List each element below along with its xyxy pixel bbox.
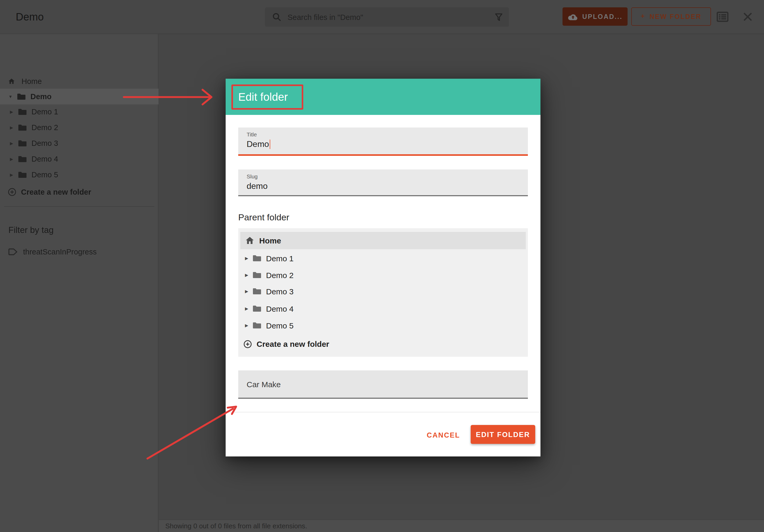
chevron-right-icon[interactable]: ▶ (8, 172, 15, 177)
sidebar-item-label: Home (22, 77, 42, 86)
chevron-right-icon[interactable]: ▶ (8, 141, 15, 146)
tree-item-label: Demo 2 (266, 270, 293, 279)
tree-item-demo2[interactable]: ▶ Demo 2 (238, 266, 528, 283)
sidebar-item-demo-selected[interactable]: ▼ Demo (0, 89, 158, 104)
sidebar-item-demo4[interactable]: ▶ Demo 4 (0, 153, 158, 165)
parent-folder-heading: Parent folder (238, 213, 289, 223)
home-icon (8, 78, 15, 85)
search-box[interactable] (265, 7, 509, 27)
chevron-right-icon[interactable]: ▶ (244, 256, 250, 261)
new-folder-button[interactable]: + NEW FOLDER (631, 7, 711, 26)
sidebar-item-demo3[interactable]: ▶ Demo 3 (0, 137, 158, 149)
folder-icon (18, 139, 27, 147)
sidebar-item-demo1[interactable]: ▶ Demo 1 (0, 105, 158, 118)
sidebar-create-folder-label: Create a new folder (21, 188, 91, 196)
upload-button-label: UPLOAD... (582, 13, 622, 20)
sidebar-item-demo5[interactable]: ▶ Demo 5 (0, 168, 158, 181)
home-icon (246, 237, 254, 245)
cancel-button[interactable]: CANCEL (421, 426, 466, 444)
title-input[interactable]: Demo (247, 139, 270, 149)
sidebar-item-label: Demo 4 (32, 155, 58, 163)
folder-icon (18, 155, 27, 163)
chevron-right-icon[interactable]: ▶ (8, 157, 15, 161)
folder-icon (18, 108, 27, 115)
chevron-right-icon[interactable]: ▶ (8, 125, 15, 130)
chevron-down-icon[interactable]: ▼ (7, 94, 14, 99)
chevron-right-icon[interactable]: ▶ (244, 306, 250, 311)
parent-folder-tree: Home ▶ Demo 1 ▶ Demo 2 ▶ Demo 3 ▶ Demo 4 (238, 228, 528, 357)
slug-field-label: Slug (247, 173, 258, 179)
folder-icon (18, 171, 27, 178)
filter-funnel-icon[interactable] (495, 13, 503, 21)
list-view-icon[interactable] (716, 11, 729, 25)
chevron-right-icon[interactable]: ▶ (244, 323, 250, 328)
car-make-select[interactable]: Car Make (238, 370, 528, 399)
tree-create-folder[interactable]: Create a new folder (238, 335, 528, 353)
search-input[interactable] (286, 12, 490, 22)
cloud-upload-icon (567, 13, 578, 20)
tag-label: threatScanInProgress (23, 248, 97, 256)
screen: Demo UPLOAD... + NEW FOLDER Showing (0, 0, 764, 532)
car-make-value: Car Make (247, 380, 281, 389)
footer-divider (226, 412, 540, 412)
chevron-right-icon[interactable]: ▶ (244, 289, 250, 293)
text-cursor (270, 139, 270, 149)
tag-item[interactable]: threatScanInProgress (0, 246, 158, 258)
page-title: Demo (16, 0, 44, 34)
plus-circle-icon (8, 188, 16, 196)
sidebar-item-home[interactable]: Home (0, 75, 158, 88)
plus-circle-icon (244, 340, 252, 348)
annotation-rectangle (231, 85, 303, 110)
tree-item-demo4[interactable]: ▶ Demo 4 (238, 300, 528, 317)
sidebar-item-label: Demo 1 (32, 107, 58, 116)
status-text: Showing 0 out of 0 files from all file e… (165, 522, 307, 530)
close-icon[interactable] (742, 11, 753, 25)
chevron-right-icon[interactable]: ▶ (244, 272, 250, 277)
title-field-label: Title (247, 131, 257, 137)
sidebar-item-demo2[interactable]: ▶ Demo 2 (0, 121, 158, 134)
sidebar-item-label: Demo 5 (32, 170, 58, 179)
edit-folder-dialog: Edit folder Title Demo Slug demo Parent … (226, 79, 540, 456)
folder-icon (17, 93, 26, 100)
folder-icon (252, 255, 261, 262)
slug-field[interactable]: Slug demo (238, 169, 528, 196)
tag-icon (8, 248, 18, 256)
folder-icon (252, 305, 261, 312)
folder-icon (252, 271, 261, 278)
tree-item-label: Home (259, 236, 281, 245)
plus-icon: + (641, 13, 646, 20)
tree-create-folder-label: Create a new folder (257, 339, 329, 348)
filter-by-tag-heading: Filter by tag (8, 225, 54, 235)
upload-button[interactable]: UPLOAD... (562, 7, 628, 26)
sidebar-create-folder[interactable]: Create a new folder (0, 186, 158, 198)
sidebar-item-label: Demo 3 (32, 139, 58, 147)
chevron-right-icon[interactable]: ▶ (8, 109, 15, 114)
slug-input[interactable]: demo (247, 182, 268, 191)
edit-folder-button[interactable]: EDIT FOLDER (471, 425, 535, 444)
topbar: Demo UPLOAD... + NEW FOLDER (0, 0, 764, 34)
tree-item-demo5[interactable]: ▶ Demo 5 (238, 317, 528, 334)
search-icon (272, 13, 281, 22)
tree-item-label: Demo 1 (266, 254, 293, 263)
new-folder-button-label: NEW FOLDER (650, 13, 701, 20)
tree-item-demo1[interactable]: ▶ Demo 1 (238, 250, 528, 266)
tree-item-label: Demo 3 (266, 287, 293, 296)
tree-item-label: Demo 4 (266, 304, 293, 313)
folder-icon (252, 322, 261, 329)
folder-icon (252, 287, 261, 295)
title-field[interactable]: Title Demo (238, 127, 528, 156)
tree-item-demo3[interactable]: ▶ Demo 3 (238, 283, 528, 299)
sidebar-divider (4, 206, 154, 207)
status-bar: Showing 0 out of 0 files from all file e… (159, 519, 764, 532)
sidebar-item-label: Demo (30, 92, 52, 101)
dialog-header: Edit folder (226, 79, 540, 115)
sidebar-item-label: Demo 2 (32, 123, 58, 132)
sidebar: Home ▼ Demo ▶ Demo 1 ▶ Demo 2 ▶ Demo 3 ▶ (0, 34, 158, 532)
folder-icon (18, 124, 27, 131)
tree-item-home[interactable]: Home (240, 232, 526, 249)
tree-item-label: Demo 5 (266, 321, 293, 330)
